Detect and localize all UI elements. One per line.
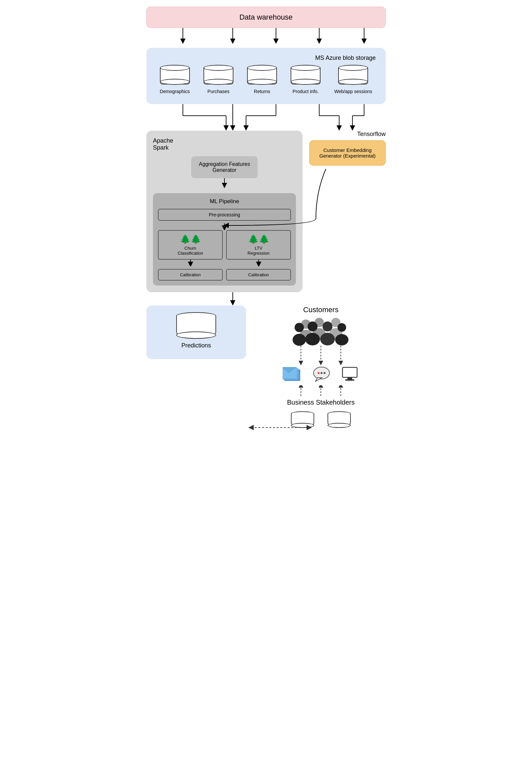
svg-point-33 [323,321,332,331]
svg-point-29 [295,323,304,332]
db-cylinder-webapp [338,65,368,85]
diagram-container: Data warehouse MS Azure blob storage [146,7,386,434]
customer-embedding-label: Customer Embedding Generator (Experiment… [319,147,375,159]
middle-row: ApacheSpark Aggregation Features Generat… [146,131,386,292]
tensorflow-section: Tensorflow Customer Embedding Generator … [309,131,386,232]
azure-section: MS Azure blob storage Demographics Purch… [146,48,386,104]
predictions-label: Predictions [181,342,211,349]
svg-point-50 [324,372,326,374]
db-item-webapp: Web/app sessions [334,65,372,94]
churn-col: 🌲🌲 ChurnClassification [158,230,223,281]
db-item-returns: Returns [247,65,277,94]
ltv-col: 🌲🌲 LTVRegression Cal [226,230,291,281]
calibration-box-ltv: Calibration [226,269,291,281]
db-label-returns: Returns [254,89,270,94]
dw-to-azure-arrows [146,28,386,45]
svg-point-34 [320,333,335,345]
chat-icon [313,366,331,384]
agg-to-ml-arrow-svg [191,178,258,188]
svg-point-49 [321,372,323,374]
db-label-webapp: Web/app sessions [334,89,372,94]
databases-row: Demographics Purchases Returns [153,65,379,94]
agg-center: Aggregation Features Generator [153,156,296,178]
aggregation-box: Aggregation Features Generator [191,156,258,178]
db-top [291,65,321,71]
svg-rect-51 [342,367,357,377]
db-item-demographics: Demographics [160,65,190,94]
db-item-purchases: Purchases [203,65,233,94]
preproc-arrow [191,223,258,230]
ltv-box: 🌲🌲 LTVRegression [226,230,291,260]
churn-down-arrow [174,260,207,266]
customer-embedding-box: Customer Embedding Generator (Experiment… [309,140,386,166]
preprocessing-label: Pre-processing [209,212,240,217]
db-top [160,65,190,71]
db-bottom [338,79,368,85]
svg-point-32 [305,333,320,345]
customers-icon [288,316,354,346]
db-cylinder-purchases [203,65,233,85]
ml-pipeline-box: ML Pipeline Pre-processing [153,193,296,286]
embedding-to-ml-arrow [309,166,386,232]
churn-box: 🌲🌲 ChurnClassification [158,230,223,260]
customers-stakeholders-section: Customers [256,306,386,428]
db-to-agg-arrows [146,104,386,131]
db-bottom [203,79,233,85]
pred-to-stake-arrow-wrapper [146,428,386,434]
db-bottom [291,79,321,85]
predictions-cylinder [176,312,216,339]
db-label-productinfo: Product info. [293,89,319,94]
models-row: 🌲🌲 ChurnClassification [158,230,291,281]
business-stakeholders-label: Business Stakeholders [287,399,354,406]
db-cylinder-demographics [160,65,190,85]
pred-btm [176,331,216,339]
db-cylinder-productinfo [291,65,321,85]
db-top [203,65,233,71]
svg-point-48 [318,372,320,374]
predictions-section: Predictions [146,306,246,359]
customers-label: Customers [303,306,338,314]
customers-to-comm-arrows [281,346,361,366]
azure-label: MS Azure blob storage [153,55,379,62]
calibration-label-churn: Calibration [180,272,200,277]
svg-marker-47 [315,378,322,382]
db-item-productinfo: Product info. [291,65,321,94]
db-label-demographics: Demographics [160,89,190,94]
db-cylinder-returns [247,65,277,85]
ltv-label: LTVRegression [248,246,270,256]
data-warehouse-box: Data warehouse [146,7,386,28]
tensorflow-label: Tensorflow [309,131,386,138]
svg-rect-52 [347,377,352,379]
preprocessing-box: Pre-processing [158,209,291,221]
spark-section: ApacheSpark Aggregation Features Generat… [146,131,303,292]
ltv-down-arrow [242,260,275,266]
ml-pipeline-label: ML Pipeline [158,198,291,205]
svg-point-31 [308,321,318,331]
svg-point-36 [335,334,348,345]
db-bottom [160,79,190,85]
ltv-tree-icon: 🌲🌲 [229,234,288,244]
calibration-label-ltv: Calibration [248,272,269,277]
comm-to-stake-arrows [281,385,361,399]
email-icon [283,366,303,384]
monitor-icon [341,366,359,384]
spark-label: ApacheSpark [153,137,296,151]
db-label-purchases: Purchases [207,89,229,94]
comm-icons-row [283,366,359,384]
bottom-row: Predictions Customers [146,306,386,428]
svg-rect-53 [345,379,354,381]
aggregation-label: Aggregation Features Generator [199,161,250,173]
churn-label: ChurnClassification [178,246,203,256]
db-top [247,65,277,71]
churn-tree-icon: 🌲🌲 [161,234,219,244]
db-bottom [247,79,277,85]
agg-to-ml-arrow-wrapper [153,178,296,188]
pred-to-stake-svg [146,423,386,433]
data-warehouse-label: Data warehouse [239,13,293,21]
db-top [338,65,368,71]
calibration-box-churn: Calibration [158,269,223,281]
preproc-arrow-wrap [158,223,291,230]
svg-point-30 [293,334,306,346]
svg-point-35 [337,323,346,332]
